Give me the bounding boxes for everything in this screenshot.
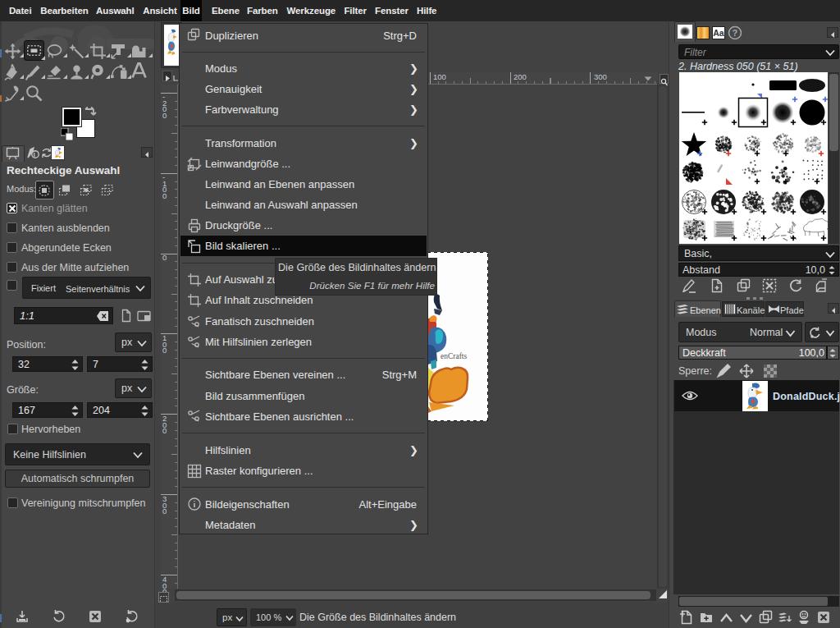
svg-text:?: ? bbox=[733, 28, 738, 38]
